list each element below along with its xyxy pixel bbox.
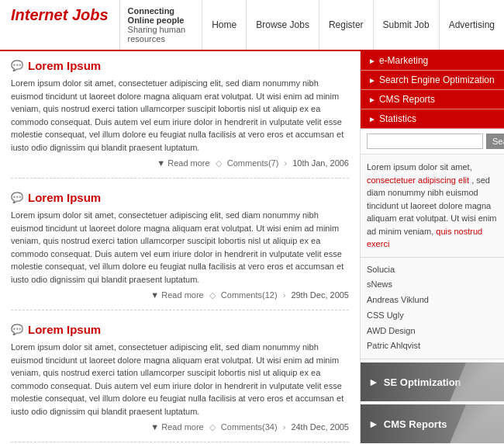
arrow-icon-1: ► — [368, 57, 376, 65]
sep-2: ◇ — [209, 290, 216, 300]
banner-cms-label: CMS Reports — [384, 418, 447, 430]
sidebar-search-bar: Search — [361, 129, 504, 154]
sidebar-banner-cms[interactable]: ► CMS Reports — [361, 404, 504, 443]
article-3-date: 24th Dec, 2005 — [291, 422, 349, 432]
sidebar-label-3: CMS Reports — [379, 94, 435, 105]
article-1-meta: ▼ Read more ◇ Comments(7) › 10th Jan, 20… — [11, 158, 349, 168]
article-3-read-more[interactable]: Read more — [161, 422, 203, 432]
article-1-comments[interactable]: Comments(7) — [227, 158, 279, 168]
tagline: Connecting Online people Sharing human r… — [119, 0, 202, 50]
article-2: 💬 Lorem Ipsum Lorem ipsum dolor sit amet… — [11, 191, 349, 310]
nav-register[interactable]: Register — [319, 0, 373, 50]
article-2-body: Lorem ipsum dolor sit amet, consectetuer… — [11, 209, 349, 286]
tagline-sub: Sharing human resources — [128, 25, 195, 43]
header: Internet Jobs Connecting Online people S… — [0, 0, 504, 51]
sidebar-banners: ► SE Optimization ► CMS Reports — [361, 362, 504, 444]
nav-advertising[interactable]: Advertising — [439, 0, 504, 50]
sidebar-link-4[interactable]: CSS Ugly — [367, 308, 498, 324]
article-1-heading: Lorem Ipsum — [28, 59, 101, 72]
comment-icon-3: 💬 — [11, 324, 23, 335]
article-2-date: 29th Dec, 2005 — [291, 290, 349, 300]
sidebar-item-seo[interactable]: ► Search Engine Optimization — [361, 71, 504, 90]
arrow-down-2: ▼ — [150, 290, 159, 300]
sidebar-banner-se[interactable]: ► SE Optimization — [361, 362, 504, 401]
article-2-heading: Lorem Ipsum — [28, 191, 101, 204]
nav-browse-jobs[interactable]: Browse Jobs — [246, 0, 319, 50]
sidebar-menu: ► e-Marketing ► Search Engine Optimizati… — [361, 51, 504, 129]
arrow-down-3: ▼ — [150, 422, 159, 432]
sidebar-link-2[interactable]: sNews — [367, 277, 498, 293]
article-1-title: 💬 Lorem Ipsum — [11, 59, 349, 72]
date-sep-2: › — [283, 290, 288, 300]
article-1: 💬 Lorem Ipsum Lorem ipsum dolor sit amet… — [11, 59, 349, 179]
nav-home[interactable]: Home — [202, 0, 246, 50]
article-3-heading: Lorem Ipsum — [28, 323, 101, 336]
sidebar-text-intro: Lorem ipsum dolor sit amet, — [367, 162, 472, 172]
sidebar-link-3[interactable]: Andreas Viklund — [367, 293, 498, 308]
article-2-title: 💬 Lorem Ipsum — [11, 191, 349, 204]
comment-icon-2: 💬 — [11, 192, 23, 203]
sidebar-description: Lorem ipsum dolor sit amet, consectetuer… — [361, 154, 504, 258]
arrow-banner-1: ► — [368, 376, 379, 388]
arrow-banner-2: ► — [368, 418, 379, 430]
article-3-meta: ▼ Read more ◇ Comments(34) › 24th Dec, 2… — [11, 422, 349, 432]
article-3-comments[interactable]: Comments(34) — [221, 422, 278, 432]
sidebar-link-5[interactable]: AWD Design — [367, 324, 498, 339]
arrow-icon-3: ► — [368, 95, 376, 104]
content-area: 💬 Lorem Ipsum Lorem ipsum dolor sit amet… — [0, 51, 361, 444]
nav: Home Browse Jobs Register Submit Job Adv… — [202, 0, 504, 50]
sidebar: ► e-Marketing ► Search Engine Optimizati… — [361, 51, 504, 444]
banner-se-label: SE Optimization — [384, 376, 461, 388]
banner-decoration-2 — [450, 404, 504, 443]
search-input[interactable] — [367, 134, 483, 149]
sidebar-label-1: e-Marketing — [379, 55, 428, 66]
sidebar-link-consectetuer[interactable]: consectetuer adipiscing elit — [367, 175, 469, 185]
article-2-comments[interactable]: Comments(12) — [221, 290, 278, 300]
article-3: 💬 Lorem Ipsum Lorem ipsum dolor sit amet… — [11, 323, 349, 442]
sidebar-link-1[interactable]: Solucia — [367, 262, 498, 278]
sidebar-item-emarketing[interactable]: ► e-Marketing — [361, 51, 504, 71]
article-3-body: Lorem ipsum dolor sit amet, consectetuer… — [11, 341, 349, 418]
arrow-icon-4: ► — [368, 115, 376, 123]
article-3-title: 💬 Lorem Ipsum — [11, 323, 349, 336]
logo: Internet Jobs — [0, 0, 119, 50]
article-2-meta: ▼ Read more ◇ Comments(12) › 29th Dec, 2… — [11, 290, 349, 300]
article-2-read-more[interactable]: Read more — [161, 290, 203, 300]
date-sep-3: › — [283, 422, 288, 432]
sep-1: ◇ — [216, 158, 222, 168]
search-button[interactable]: Search — [486, 134, 504, 149]
banner-decoration-1 — [450, 362, 504, 401]
sidebar-links-list: Solucia sNews Andreas Viklund CSS Ugly A… — [361, 258, 504, 360]
arrow-down-1: ▼ — [157, 158, 165, 168]
sidebar-link-6[interactable]: Patric Ahlqvist — [367, 338, 498, 354]
nav-submit-job[interactable]: Submit Job — [373, 0, 439, 50]
article-1-body: Lorem ipsum dolor sit amet, consectetuer… — [11, 77, 349, 154]
sidebar-label-4: Statistics — [379, 113, 416, 124]
sidebar-item-cms[interactable]: ► CMS Reports — [361, 90, 504, 109]
sep-3: ◇ — [209, 422, 216, 432]
main: 💬 Lorem Ipsum Lorem ipsum dolor sit amet… — [0, 51, 504, 444]
sidebar-item-statistics[interactable]: ► Statistics — [361, 109, 504, 129]
article-1-date: 10th Jan, 2006 — [292, 158, 349, 168]
comment-icon-1: 💬 — [11, 60, 23, 71]
sidebar-label-2: Search Engine Optimization — [379, 75, 495, 85]
arrow-icon-2: ► — [368, 76, 376, 85]
article-1-read-more[interactable]: Read more — [167, 158, 209, 168]
date-sep-1: › — [284, 158, 289, 168]
tagline-main: Connecting Online people — [128, 6, 195, 25]
